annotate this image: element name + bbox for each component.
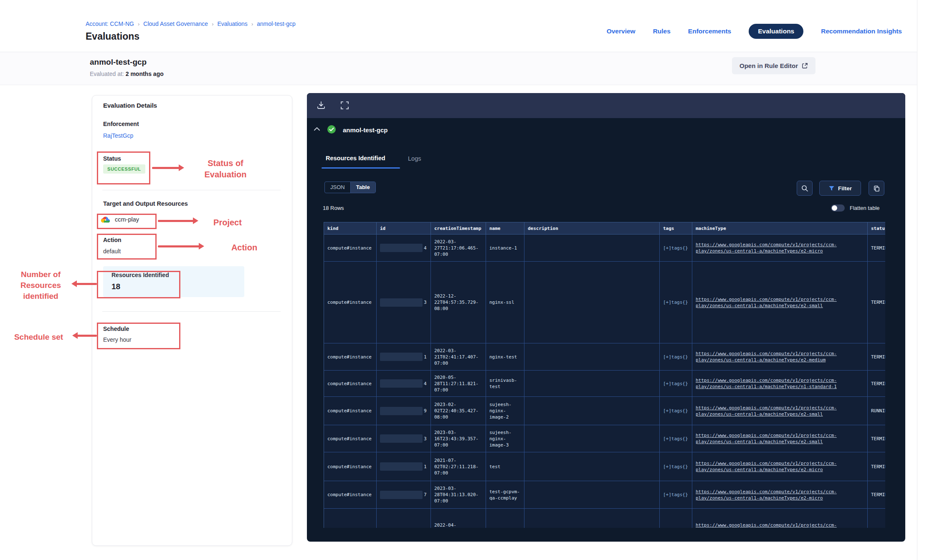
cell-kind: [324, 509, 377, 528]
results-panel: anmol-test-gcp Resources Identified Logs…: [307, 93, 905, 542]
resources-identified-panel: [103, 266, 244, 297]
scrollbar-track[interactable]: [917, 0, 917, 560]
status-badge: SUCCESSFUL: [103, 164, 145, 174]
copy-button[interactable]: [869, 181, 884, 196]
project-chip[interactable]: ccm-play: [100, 215, 139, 224]
schedule-value: Every hour: [103, 336, 132, 343]
machine-type-link[interactable]: https://www.googleapis.com/compute/v1/pr…: [696, 433, 837, 444]
cell-description: [524, 509, 660, 528]
annotation-text-resources: Number of Resources identified: [10, 269, 71, 302]
redacted-id: [380, 379, 423, 388]
cell-id: 9: [377, 397, 431, 425]
view-table-button[interactable]: Table: [351, 182, 375, 193]
redacted-id: [380, 434, 423, 443]
chevron-up-icon[interactable]: [314, 126, 320, 131]
cell-description: [524, 452, 660, 481]
machine-type-link[interactable]: https://www.googleapis.com/compute/v1/pr…: [696, 461, 837, 472]
view-json-button[interactable]: JSON: [325, 182, 351, 193]
breadcrumb-separator: ›: [251, 21, 253, 27]
machine-type-link[interactable]: https://www.googleapis.com/compute/v1/pr…: [696, 297, 837, 308]
resources-identified-count: 18: [111, 282, 120, 291]
cell-name: sujeesh-nginx-image-3: [486, 425, 524, 452]
action-value: default: [103, 248, 121, 255]
external-link-icon: [802, 63, 808, 69]
cell-creationTimestamp: 2022-​03-​27T21:17:06.465-​07:00: [431, 235, 486, 261]
tags-expander[interactable]: [+]tags{}: [663, 436, 688, 441]
cell-machineType: https://www.googleapis.com/compute/v1/pr…: [692, 343, 868, 370]
nav-tab-enforcements[interactable]: Enforcements: [688, 28, 731, 35]
machine-type-link[interactable]: https://www.googleapis.com/compute/v1/pr…: [696, 242, 837, 254]
tags-expander[interactable]: [+]tags{}: [663, 408, 688, 414]
tags-expander[interactable]: [+]tags{}: [663, 381, 688, 386]
tab-logs[interactable]: Logs: [408, 155, 421, 162]
cell-status: RUNNING: [868, 397, 885, 425]
breadcrumb-separator: ›: [138, 21, 139, 27]
machine-type-link[interactable]: https://www.googleapis.com/compute/v1/pr…: [696, 405, 837, 417]
resources-identified-label: Resources Identified: [111, 272, 169, 278]
cell-creationTimestamp: 2022-​12-​22T04:57:35.729-​08:00: [431, 262, 486, 343]
filter-button[interactable]: Filter: [819, 181, 861, 196]
annotation-arrow-resources: [73, 283, 97, 285]
nav-tab-evaluations[interactable]: Evaluations: [749, 24, 803, 39]
tab-resources-identified[interactable]: Resources Identified: [326, 155, 385, 161]
success-check-icon: [327, 125, 336, 134]
tags-expander[interactable]: [+]tags{}: [663, 300, 688, 305]
cell-creationTimestamp: 2023-​03-​28T04:31:13.020-​07:00: [431, 481, 486, 508]
nav-tab-overview[interactable]: Overview: [607, 28, 636, 35]
cell-name: nginx-test: [486, 343, 524, 370]
column-header-id: id: [377, 222, 431, 234]
cell-creationTimestamp: 2023-​03-​16T23:43:39.357-​07:00: [431, 425, 486, 452]
open-in-rule-editor-button[interactable]: Open in Rule Editor: [732, 57, 815, 74]
cell-status: TERMINATED: [868, 452, 885, 481]
redacted-id: [380, 407, 423, 415]
breadcrumb-governance[interactable]: Cloud Asset Governance: [143, 20, 208, 27]
nav-tab-recommendation-insights[interactable]: Recommendation Insights: [821, 28, 902, 35]
breadcrumb-evaluations[interactable]: Evaluations: [217, 20, 247, 27]
cell-status: TERMINATED: [868, 235, 885, 261]
download-icon[interactable]: [316, 100, 326, 110]
machine-type-link[interactable]: https://www.googleapis.com/compute/v1/pr…: [696, 351, 837, 363]
cell-status: TERMINATED: [868, 371, 885, 396]
cell-creationTimestamp: 2021-​07-​02T02:27:11.218-​07:00: [431, 452, 486, 481]
breadcrumb-current[interactable]: anmol-test-gcp: [257, 20, 296, 27]
machine-type-link[interactable]: https://www.googleapis.com/compute/v1/pr…: [696, 489, 837, 501]
annotation-arrow-action: [158, 245, 202, 247]
evaluated-at: Evaluated at:2 months ago: [90, 71, 164, 77]
filter-icon: [828, 185, 835, 192]
cell-id: 3: [377, 425, 431, 452]
enforcement-link[interactable]: RajTestGcp: [103, 132, 133, 139]
redacted-id: [380, 353, 423, 361]
search-icon: [801, 185, 808, 192]
fullscreen-icon[interactable]: [340, 101, 349, 110]
machine-type-link[interactable]: https://www.googleapis.com/compute/v1/pr…: [696, 522, 837, 528]
cell-status: TERMINATED: [868, 262, 885, 343]
cell-kind: compute#instance: [324, 235, 377, 261]
cell-tags: [660, 509, 692, 528]
cell-kind: compute#instance: [324, 425, 377, 452]
schedule-label: Schedule: [103, 325, 129, 332]
breadcrumb-account[interactable]: Account: CCM-NG: [86, 20, 134, 27]
status-label: Status: [103, 155, 121, 162]
tags-expander[interactable]: [+]tags{}: [663, 492, 688, 497]
view-mode-toggle: JSON Table: [324, 182, 376, 193]
cell-machineType: https://www.googleapis.com/compute/v1/pr…: [692, 509, 868, 528]
evaluation-subheader: anmol-test-gcp Evaluated at:2 months ago…: [0, 52, 917, 85]
cell-kind: compute#instance: [324, 452, 377, 481]
nav-tab-rules[interactable]: Rules: [653, 28, 671, 35]
tags-expander[interactable]: [+]tags{}: [663, 354, 688, 360]
flatten-table-toggle[interactable]: [831, 204, 845, 212]
annotation-arrow-schedule: [74, 335, 97, 337]
cell-machineType: https://www.googleapis.com/compute/v1/pr…: [692, 425, 868, 452]
breadcrumb-separator: ›: [212, 21, 213, 27]
tags-expander[interactable]: [+]tags{}: [663, 464, 688, 469]
cell-tags: [+]tags{}: [660, 371, 692, 396]
cell-machineType: https://www.googleapis.com/compute/v1/pr…: [692, 235, 868, 261]
search-button[interactable]: [797, 181, 813, 196]
cell-name: instance-1: [486, 235, 524, 261]
tags-expander[interactable]: [+]tags{}: [663, 245, 688, 251]
cell-description: [524, 235, 660, 261]
cell-name: srinivasb-test: [486, 371, 524, 396]
redacted-id: [380, 491, 423, 499]
machine-type-link[interactable]: https://www.googleapis.com/compute/v1/pr…: [696, 378, 837, 389]
page: Account: CCM-NG › Cloud Asset Governance…: [0, 0, 937, 560]
